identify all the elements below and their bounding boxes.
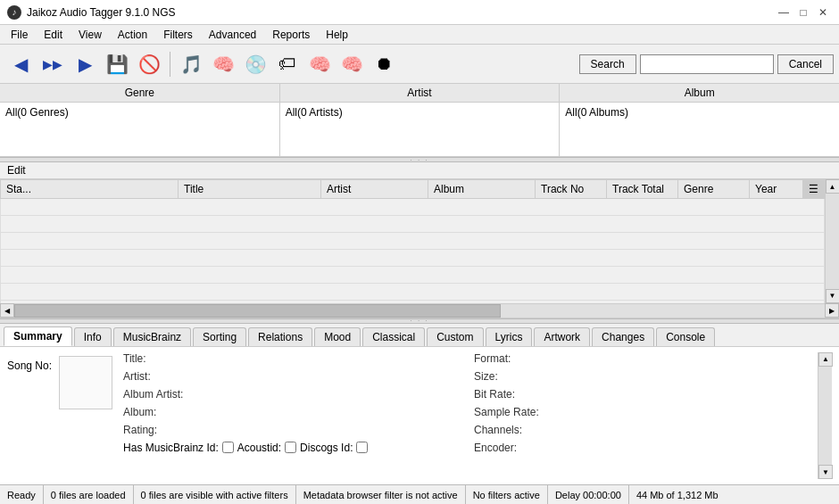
tab-sorting[interactable]: Sorting	[193, 327, 246, 346]
cancel-label: Cancel	[789, 58, 822, 70]
edit-label: Edit	[0, 162, 839, 179]
vinyl-button[interactable]: ⏺	[369, 49, 399, 79]
col-genre: Genre	[678, 180, 750, 199]
play-icon: ▶	[79, 54, 92, 75]
menu-action[interactable]: Action	[111, 27, 154, 43]
artist-header: Artist	[280, 84, 560, 103]
col-album: Album	[428, 180, 536, 199]
album-label: Album:	[123, 406, 212, 418]
title-field-row: Title:	[123, 352, 456, 365]
head1-button[interactable]: 🧠	[304, 49, 335, 79]
col-title: Title	[179, 180, 321, 199]
tab-info[interactable]: Info	[74, 327, 112, 346]
album-section: Album All(0 Albums)	[560, 84, 839, 156]
stop-button[interactable]: 🚫	[134, 49, 164, 79]
rating-label: Rating:	[123, 424, 212, 436]
musicbrainz-id-label: Has MusicBrainz Id:	[123, 442, 219, 454]
tab-custom[interactable]: Custom	[427, 327, 483, 346]
col-extra: ☰	[803, 180, 825, 199]
music-note-icon: 🎵	[180, 54, 203, 75]
tab-artwork[interactable]: Artwork	[534, 327, 590, 346]
genre-header: Genre	[0, 84, 279, 103]
size-label: Size:	[474, 370, 563, 383]
song-no-area: Song No:	[7, 352, 112, 480]
artist-section: Artist All(0 Artists)	[280, 84, 561, 156]
genre-content[interactable]: All(0 Genres)	[0, 103, 279, 156]
menu-advanced[interactable]: Advanced	[202, 27, 263, 43]
artist-content[interactable]: All(0 Artists)	[280, 103, 560, 156]
nav-back-button[interactable]: ◀	[5, 49, 36, 79]
bitrate-label: Bit Rate:	[474, 388, 563, 401]
search-input[interactable]	[640, 54, 774, 74]
discogs-id-checkbox[interactable]	[356, 442, 368, 453]
acoustid-label: Acoustid:	[237, 442, 281, 454]
menu-help[interactable]: Help	[319, 27, 355, 43]
tab-summary[interactable]: Summary	[4, 326, 72, 346]
status-metadata-filter: Metadata browser filter is not active	[296, 485, 466, 504]
menu-reports[interactable]: Reports	[265, 27, 317, 43]
album-content[interactable]: All(0 Albums)	[560, 103, 839, 156]
table-header-row: Sta... Title Artist Album Track No Track…	[1, 180, 825, 199]
channels-label: Channels:	[474, 424, 563, 436]
tab-mood[interactable]: Mood	[314, 327, 361, 346]
musicbrainz-id-checkbox[interactable]	[222, 442, 234, 453]
format-field-row: Format:	[474, 352, 807, 365]
acoustid-checkbox[interactable]	[285, 442, 296, 453]
app-icon: ♪	[7, 5, 21, 20]
scroll-left-arrow[interactable]: ◀	[0, 303, 14, 318]
menu-filters[interactable]: Filters	[156, 27, 200, 43]
tab-musicbrainz[interactable]: MusicBrainz	[113, 327, 191, 346]
menu-file[interactable]: File	[4, 27, 35, 43]
summary-scroll-down[interactable]: ▼	[818, 465, 833, 479]
scroll-track-v[interactable]	[826, 194, 839, 289]
table-inner[interactable]: Sta... Title Artist Album Track No Track…	[0, 179, 825, 303]
scroll-right-arrow[interactable]: ▶	[825, 303, 839, 318]
discogs-id-label: Discogs Id:	[300, 442, 353, 454]
col-track-no: Track No	[536, 180, 607, 199]
status-delay: Delay 00:00:00	[548, 485, 629, 504]
vertical-scrollbar[interactable]: ▲ ▼	[825, 179, 839, 303]
table-area: Sta... Title Artist Album Track No Track…	[0, 179, 839, 318]
music-note-button[interactable]: 🎵	[176, 49, 206, 79]
vinyl-icon: ⏺	[375, 54, 393, 74]
cancel-button[interactable]: Cancel	[777, 54, 834, 74]
nav-forward-button[interactable]: ▶▶	[37, 49, 68, 79]
disc-button[interactable]: 💿	[240, 49, 270, 79]
maximize-button[interactable]: □	[794, 4, 812, 21]
album-artist-field-row: Album Artist:	[123, 388, 456, 401]
search-button[interactable]: Search	[579, 54, 636, 74]
head2-button[interactable]: 🧠	[336, 49, 367, 79]
minimize-button[interactable]: —	[775, 4, 793, 21]
close-button[interactable]: ✕	[814, 4, 832, 21]
scroll-up-arrow[interactable]: ▲	[826, 179, 840, 194]
summary-left: Title: Artist: Album Artist: Album: Rati…	[123, 352, 456, 480]
tab-console[interactable]: Console	[656, 327, 715, 346]
tab-classical[interactable]: Classical	[362, 327, 425, 346]
menu-bar: File Edit View Action Filters Advanced R…	[0, 25, 839, 45]
scroll-track-h[interactable]	[14, 304, 825, 318]
scroll-down-arrow[interactable]: ▼	[826, 289, 840, 303]
menu-view[interactable]: View	[71, 27, 109, 43]
tab-lyrics[interactable]: Lyrics	[486, 327, 533, 346]
save-button[interactable]: 💾	[102, 49, 132, 79]
encoder-field-row: Encoder:	[474, 442, 807, 454]
tab-relations[interactable]: Relations	[248, 327, 312, 346]
brain1-button[interactable]: 🧠	[208, 49, 238, 79]
summary-scroll-up[interactable]: ▲	[818, 352, 833, 367]
status-files-loaded: 0 files are loaded	[44, 485, 134, 504]
tag-button[interactable]: 🏷	[272, 49, 303, 79]
artist-label: Artist:	[123, 370, 212, 383]
menu-edit[interactable]: Edit	[37, 27, 70, 43]
samplerate-label: Sample Rate:	[474, 406, 563, 418]
artist-field-row: Artist:	[123, 370, 456, 383]
app-title: Jaikoz Audio Tagger 9.1.0 NGS	[27, 6, 176, 19]
rating-field-row: Rating:	[123, 424, 456, 436]
summary-scroll-track[interactable]	[818, 367, 832, 466]
horizontal-scrollbar[interactable]: ◀ ▶	[0, 303, 839, 318]
window-controls: — □ ✕	[775, 4, 832, 21]
tab-changes[interactable]: Changes	[592, 327, 654, 346]
summary-scrollbar[interactable]: ▲ ▼	[818, 352, 832, 480]
play-button[interactable]: ▶	[70, 49, 100, 79]
scroll-thumb-h[interactable]	[14, 304, 501, 318]
col-status: Sta...	[1, 180, 179, 199]
